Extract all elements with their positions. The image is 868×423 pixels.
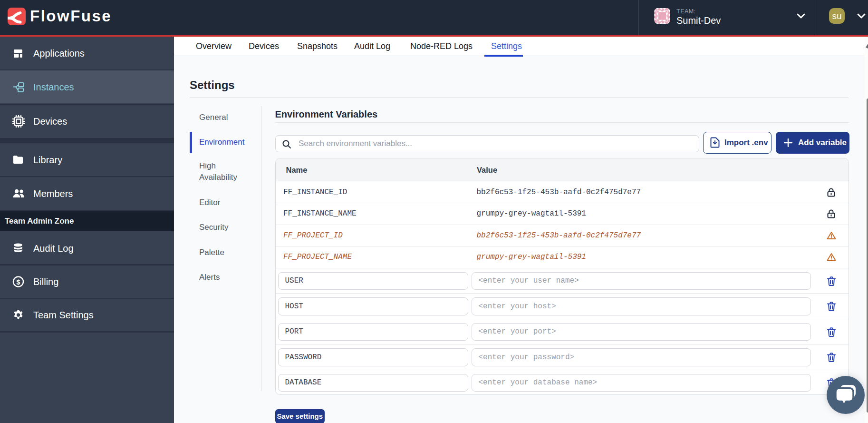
svg-text:$: $ <box>17 278 20 286</box>
